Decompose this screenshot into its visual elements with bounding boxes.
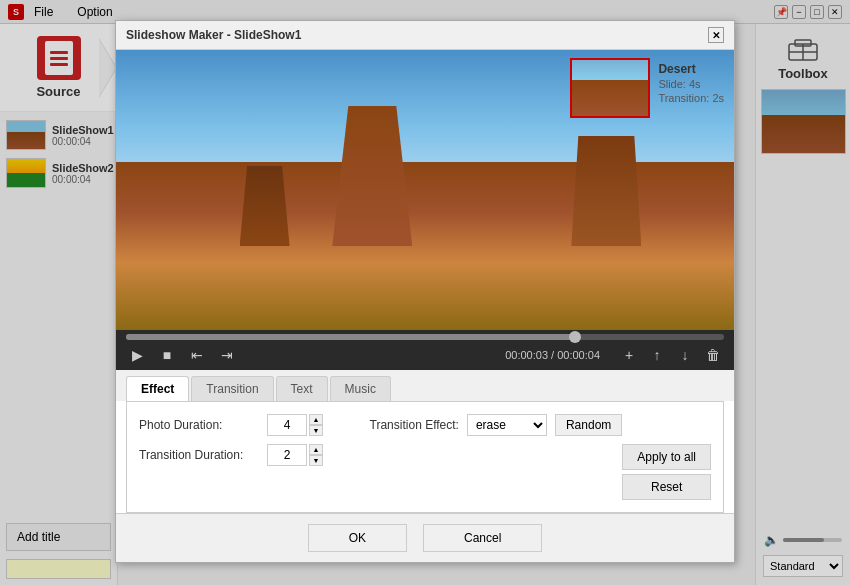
controls-row: ▶ ■ ⇤ ⇥ 00:00:03 / 00:00:04 + ↑ ↓ 🗑	[126, 344, 724, 366]
playback-bar: ▶ ■ ⇤ ⇥ 00:00:03 / 00:00:04 + ↑ ↓ 🗑	[116, 330, 734, 370]
video-preview: Desert Slide: 4s Transition: 2s	[116, 50, 734, 330]
transition-duration-up[interactable]: ▲	[309, 444, 323, 455]
reset-button[interactable]: Reset	[622, 474, 711, 500]
transition-effect-group: Transition Effect: erase fade slide zoom…	[370, 414, 623, 436]
transition-duration-label: Transition Duration:	[139, 448, 259, 462]
app-window: S File Option 📌 − □ ✕	[0, 0, 850, 585]
slide-preview-transition: Transition: 2s	[658, 92, 724, 104]
play-button[interactable]: ▶	[126, 344, 148, 366]
modal-overlay: Slideshow Maker - SlideShow1 ✕	[0, 24, 850, 585]
slide-preview-duration: Slide: 4s	[658, 78, 724, 90]
modal-close-button[interactable]: ✕	[708, 27, 724, 43]
tab-content-left: Photo Duration: ▲ ▼	[139, 414, 622, 500]
rock-formation-left	[240, 166, 290, 246]
tab-text[interactable]: Text	[276, 376, 328, 401]
ok-button[interactable]: OK	[308, 524, 407, 552]
tab-content-right: Apply to all Reset	[622, 414, 711, 500]
tab-content-effect: Photo Duration: ▲ ▼	[126, 401, 724, 513]
progress-handle[interactable]	[569, 331, 581, 343]
tab-transition[interactable]: Transition	[191, 376, 273, 401]
slide-preview-name: Desert	[658, 62, 724, 76]
transition-duration-row: Transition Duration: ▲ ▼	[139, 444, 622, 466]
transition-duration-down[interactable]: ▼	[309, 455, 323, 466]
tab-music[interactable]: Music	[330, 376, 391, 401]
progress-fill	[126, 334, 575, 340]
tab-effect[interactable]: Effect	[126, 376, 189, 401]
transition-effect-label: Transition Effect:	[370, 418, 459, 432]
photo-duration-label: Photo Duration:	[139, 418, 259, 432]
right-controls: + ↑ ↓ 🗑	[618, 344, 724, 366]
transition-duration-input[interactable]	[267, 444, 307, 466]
tab-content-inner: Photo Duration: ▲ ▼	[139, 414, 711, 500]
move-down-button[interactable]: ↓	[674, 344, 696, 366]
modal-title-bar: Slideshow Maker - SlideShow1 ✕	[116, 24, 734, 50]
add-slide-button[interactable]: +	[618, 344, 640, 366]
slide-preview-info: Desert Slide: 4s Transition: 2s	[658, 58, 724, 104]
modal-title: Slideshow Maker - SlideShow1	[126, 28, 301, 42]
stop-button[interactable]: ■	[156, 344, 178, 366]
photo-duration-input[interactable]	[267, 414, 307, 436]
photo-duration-down[interactable]: ▼	[309, 425, 323, 436]
photo-duration-input-group: ▲ ▼	[267, 414, 323, 436]
next-button[interactable]: ⇥	[216, 344, 238, 366]
prev-button[interactable]: ⇤	[186, 344, 208, 366]
modal-window: Slideshow Maker - SlideShow1 ✕	[115, 24, 735, 563]
rock-formation-right	[571, 136, 641, 246]
slide-preview-panel: Desert Slide: 4s Transition: 2s	[570, 58, 724, 118]
cancel-button[interactable]: Cancel	[423, 524, 542, 552]
dialog-buttons: OK Cancel	[116, 513, 734, 562]
main-layout: Source SlideShow1 00:00:04 Slid	[0, 24, 850, 585]
photo-duration-spinner: ▲ ▼	[309, 414, 323, 436]
move-up-button[interactable]: ↑	[646, 344, 668, 366]
ground-area	[116, 162, 734, 330]
photo-duration-up[interactable]: ▲	[309, 414, 323, 425]
random-button[interactable]: Random	[555, 414, 622, 436]
transition-effect-select[interactable]: erase fade slide zoom wipe	[467, 414, 547, 436]
apply-all-button[interactable]: Apply to all	[622, 444, 711, 470]
time-display: 00:00:03 / 00:00:04	[505, 349, 600, 361]
delete-button[interactable]: 🗑	[702, 344, 724, 366]
tabs-area: Effect Transition Text Music	[116, 370, 734, 401]
progress-bar[interactable]	[126, 334, 724, 340]
transition-duration-spinner: ▲ ▼	[309, 444, 323, 466]
photo-duration-row: Photo Duration: ▲ ▼	[139, 414, 622, 436]
transition-duration-input-group: ▲ ▼	[267, 444, 323, 466]
slide-preview-thumb	[570, 58, 650, 118]
